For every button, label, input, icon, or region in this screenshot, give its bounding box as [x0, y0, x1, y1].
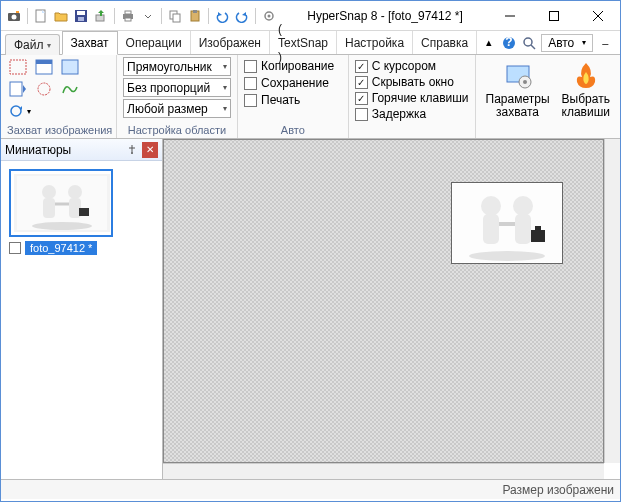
- canvas-area: [163, 139, 620, 479]
- thumbnail-label[interactable]: foto_97412 *: [25, 241, 97, 255]
- minimize-button[interactable]: [488, 2, 532, 30]
- sep-icon: [114, 8, 115, 24]
- panel-close-button[interactable]: ✕: [142, 142, 158, 158]
- statusbar: Размер изображени: [1, 479, 620, 499]
- check-cursor[interactable]: ✓С курсором: [355, 59, 469, 73]
- pin-icon[interactable]: [124, 142, 140, 158]
- svg-point-34: [523, 80, 527, 84]
- tab-help[interactable]: Справка: [413, 31, 477, 54]
- ribbon-tabs: Файл▾ Захват Операции Изображен ( TextSn…: [1, 31, 620, 55]
- check-print[interactable]: Печать: [244, 93, 334, 107]
- window-title: HyperSnap 8 - [foto_97412 *]: [282, 9, 488, 23]
- svg-point-47: [513, 196, 533, 216]
- capture-object-icon[interactable]: [33, 79, 55, 99]
- svg-rect-51: [531, 230, 545, 242]
- choose-keys-button[interactable]: Выбрать клавиши: [558, 57, 614, 121]
- new-icon[interactable]: [32, 7, 50, 25]
- open-icon[interactable]: [52, 7, 70, 25]
- svg-point-38: [42, 185, 56, 199]
- capture-repeat-icon[interactable]: ▾: [7, 101, 81, 121]
- tab-operations[interactable]: Операции: [118, 31, 191, 54]
- svg-rect-49: [515, 214, 531, 244]
- vertical-scrollbar[interactable]: [604, 139, 620, 463]
- auto-combo[interactable]: Авто▾: [541, 34, 593, 52]
- tab-settings[interactable]: Настройка: [337, 31, 413, 54]
- svg-rect-25: [10, 60, 26, 74]
- undo-icon[interactable]: [213, 7, 231, 25]
- shape-combo[interactable]: Прямоугольник▾: [123, 57, 231, 76]
- svg-rect-9: [125, 11, 131, 14]
- svg-point-46: [481, 196, 501, 216]
- check-hide-window[interactable]: ✓Скрывать окно: [355, 75, 469, 89]
- thumbnail-checkbox[interactable]: [9, 242, 21, 254]
- capture-settings-button[interactable]: Параметры захвата: [482, 57, 554, 121]
- image-content[interactable]: [451, 182, 563, 264]
- help-icon[interactable]: ?: [501, 35, 517, 51]
- ratio-combo[interactable]: Без пропорций▾: [123, 78, 231, 97]
- tab-image[interactable]: Изображен: [191, 31, 270, 54]
- tab-textsnap[interactable]: ( TextSnap ): [270, 31, 337, 54]
- group-label: Захват изображения: [7, 122, 110, 136]
- check-delay[interactable]: Задержка: [355, 107, 469, 121]
- print-icon[interactable]: [119, 7, 137, 25]
- svg-line-24: [531, 45, 535, 49]
- horizontal-scrollbar[interactable]: [163, 463, 604, 479]
- capture-settings-icon: [502, 59, 534, 91]
- capture-scroll-icon[interactable]: [7, 79, 29, 99]
- capture-region-icon[interactable]: [7, 57, 29, 77]
- ribbon-dropdown-icon[interactable]: ▴: [481, 35, 497, 51]
- thumbnail[interactable]: [9, 169, 113, 237]
- fire-icon: [570, 59, 602, 91]
- camera-icon[interactable]: [5, 7, 23, 25]
- capture-fullscreen-icon[interactable]: [59, 57, 81, 77]
- svg-rect-48: [483, 214, 499, 244]
- svg-point-45: [469, 251, 545, 261]
- thumbnail-image: [14, 174, 110, 232]
- tab-capture[interactable]: Захват: [62, 31, 118, 55]
- size-combo[interactable]: Любой размер▾: [123, 99, 231, 118]
- svg-rect-2: [16, 11, 19, 13]
- check-hotkeys[interactable]: ✓Горячие клавиши: [355, 91, 469, 105]
- svg-point-30: [38, 83, 50, 95]
- group-label: [355, 122, 469, 136]
- redo-icon[interactable]: [233, 7, 251, 25]
- maximize-button[interactable]: [532, 2, 576, 30]
- svg-rect-12: [173, 14, 180, 22]
- svg-rect-28: [62, 60, 78, 74]
- sep-icon: [208, 8, 209, 24]
- settings-dropdown-icon[interactable]: [260, 7, 278, 25]
- sep-icon: [27, 8, 28, 24]
- svg-rect-27: [36, 60, 52, 64]
- svg-rect-40: [43, 198, 55, 218]
- export-icon[interactable]: [92, 7, 110, 25]
- thumbnails-panel: Миниатюры ✕ foto_97412 *: [1, 139, 163, 479]
- svg-point-1: [12, 14, 17, 19]
- svg-point-31: [11, 106, 21, 116]
- tab-file[interactable]: Файл▾: [5, 34, 60, 55]
- svg-point-39: [68, 185, 82, 199]
- canvas-viewport[interactable]: [163, 139, 604, 463]
- paste-dropdown-icon[interactable]: [186, 7, 204, 25]
- capture-freehand-icon[interactable]: [59, 79, 81, 99]
- close-button[interactable]: [576, 2, 620, 30]
- group-label: [482, 122, 614, 136]
- save-icon[interactable]: [72, 7, 90, 25]
- svg-rect-18: [550, 11, 559, 20]
- svg-point-23: [524, 38, 532, 46]
- quick-access-toolbar: [1, 7, 282, 25]
- svg-rect-10: [125, 18, 131, 21]
- mdi-minimize-button[interactable]: –: [597, 35, 613, 51]
- sep-icon: [161, 8, 162, 24]
- svg-rect-6: [78, 17, 84, 21]
- svg-point-35: [131, 152, 133, 154]
- check-save[interactable]: Сохранение: [244, 76, 334, 90]
- svg-rect-43: [79, 208, 89, 216]
- search-icon[interactable]: [521, 35, 537, 51]
- print-dropdown-icon[interactable]: [139, 7, 157, 25]
- copy-icon[interactable]: [166, 7, 184, 25]
- group-label: Настройка области: [123, 122, 231, 136]
- mdi-restore-button[interactable]: ❐: [617, 35, 621, 51]
- capture-window-icon[interactable]: [33, 57, 55, 77]
- window-controls: [488, 2, 620, 30]
- svg-rect-5: [77, 11, 85, 15]
